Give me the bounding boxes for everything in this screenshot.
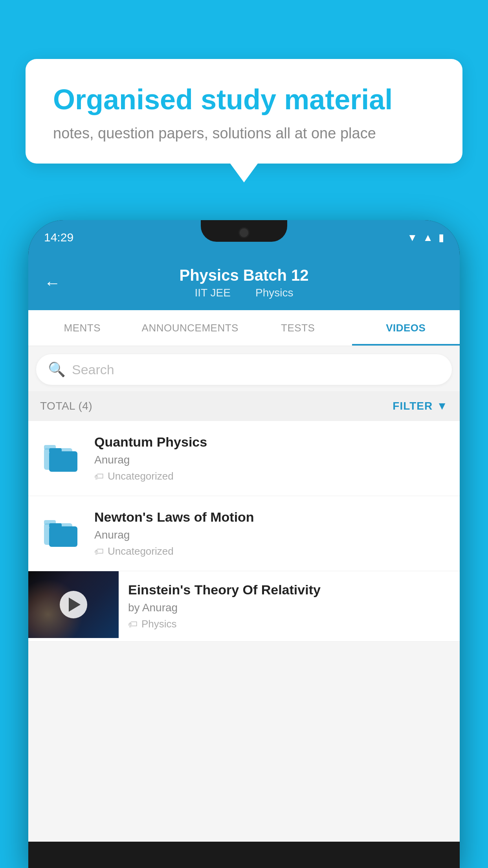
svg-rect-7 bbox=[49, 523, 62, 528]
video-title: Quantum Physics bbox=[94, 434, 448, 450]
video-info: Quantum Physics Anurag 🏷 Uncategorized bbox=[94, 434, 448, 482]
bubble-title: Organised study material bbox=[53, 83, 435, 116]
bubble-subtitle: notes, question papers, solutions all at… bbox=[53, 125, 435, 142]
folder-icon bbox=[42, 511, 81, 551]
tag-label: Uncategorized bbox=[108, 545, 174, 557]
camera bbox=[238, 227, 250, 238]
video-author: Anurag bbox=[94, 454, 448, 466]
phone-frame: 14:29 ▼ ▲ ▮ ← Physics Batch 12 IIT JEE P… bbox=[28, 220, 460, 868]
batch-title: Physics Batch 12 bbox=[179, 267, 308, 284]
search-icon: 🔍 bbox=[48, 361, 66, 378]
status-icons: ▼ ▲ ▮ bbox=[407, 232, 444, 244]
tab-announcements[interactable]: ANNOUNCEMENTS bbox=[136, 310, 244, 346]
tabs-container: MENTS ANNOUNCEMENTS TESTS VIDEOS bbox=[28, 310, 460, 346]
list-item[interactable]: Quantum Physics Anurag 🏷 Uncategorized bbox=[28, 421, 460, 496]
svg-rect-6 bbox=[49, 526, 77, 547]
tab-tests[interactable]: TESTS bbox=[244, 310, 352, 346]
video-info: Einstein's Theory Of Relativity by Anura… bbox=[119, 571, 460, 641]
list-item[interactable]: Einstein's Theory Of Relativity by Anura… bbox=[28, 571, 460, 642]
search-bar[interactable]: 🔍 Search bbox=[36, 354, 452, 385]
folder-icon bbox=[42, 436, 81, 476]
search-placeholder: Search bbox=[72, 362, 114, 377]
battery-icon: ▮ bbox=[438, 232, 444, 244]
video-title: Newton's Laws of Motion bbox=[94, 509, 448, 525]
wifi-icon: ▼ bbox=[407, 232, 418, 244]
svg-rect-2 bbox=[49, 451, 77, 472]
filter-bar: TOTAL (4) FILTER ▼ bbox=[28, 391, 460, 421]
play-icon bbox=[69, 598, 81, 612]
header-center: Physics Batch 12 IIT JEE Physics bbox=[179, 267, 308, 299]
tag-label: Uncategorized bbox=[108, 470, 174, 482]
video-title: Einstein's Theory Of Relativity bbox=[128, 582, 450, 598]
tag-icon: 🏷 bbox=[94, 471, 104, 482]
subtitle-iitjee: IIT JEE bbox=[195, 287, 231, 299]
subtitle-physics: Physics bbox=[255, 287, 293, 299]
total-count: TOTAL (4) bbox=[40, 400, 92, 412]
phone-content: 🔍 Search TOTAL (4) FILTER ▼ bbox=[28, 346, 460, 842]
batch-subtitle: IIT JEE Physics bbox=[179, 287, 308, 299]
tag-icon: 🏷 bbox=[128, 619, 138, 630]
app-header: ← Physics Batch 12 IIT JEE Physics bbox=[28, 255, 460, 310]
status-bar: 14:29 ▼ ▲ ▮ bbox=[28, 220, 460, 255]
video-tag: 🏷 Uncategorized bbox=[94, 470, 448, 482]
svg-rect-3 bbox=[49, 448, 62, 453]
status-time: 14:29 bbox=[44, 231, 73, 244]
tab-ments[interactable]: MENTS bbox=[28, 310, 136, 346]
video-thumbnail-image bbox=[28, 571, 119, 638]
subtitle-sep bbox=[240, 287, 246, 299]
filter-icon: ▼ bbox=[437, 400, 448, 412]
back-button[interactable]: ← bbox=[44, 274, 61, 292]
folder-thumbnail bbox=[40, 509, 83, 553]
video-author: Anurag bbox=[94, 529, 448, 541]
tag-icon: 🏷 bbox=[94, 546, 104, 557]
play-button[interactable] bbox=[60, 591, 87, 618]
filter-button[interactable]: FILTER ▼ bbox=[393, 400, 448, 412]
video-tag: 🏷 Uncategorized bbox=[94, 545, 448, 557]
tag-label: Physics bbox=[141, 618, 177, 630]
speech-bubble: Organised study material notes, question… bbox=[26, 59, 462, 164]
video-tag: 🏷 Physics bbox=[128, 618, 450, 630]
video-author: by Anurag bbox=[128, 601, 450, 614]
video-list: Quantum Physics Anurag 🏷 Uncategorized bbox=[28, 421, 460, 642]
signal-icon: ▲ bbox=[423, 232, 433, 244]
folder-thumbnail bbox=[40, 434, 83, 478]
video-info: Newton's Laws of Motion Anurag 🏷 Uncateg… bbox=[94, 509, 448, 557]
list-item[interactable]: Newton's Laws of Motion Anurag 🏷 Uncateg… bbox=[28, 496, 460, 571]
tab-videos[interactable]: VIDEOS bbox=[352, 310, 460, 346]
filter-label: FILTER bbox=[393, 400, 433, 412]
